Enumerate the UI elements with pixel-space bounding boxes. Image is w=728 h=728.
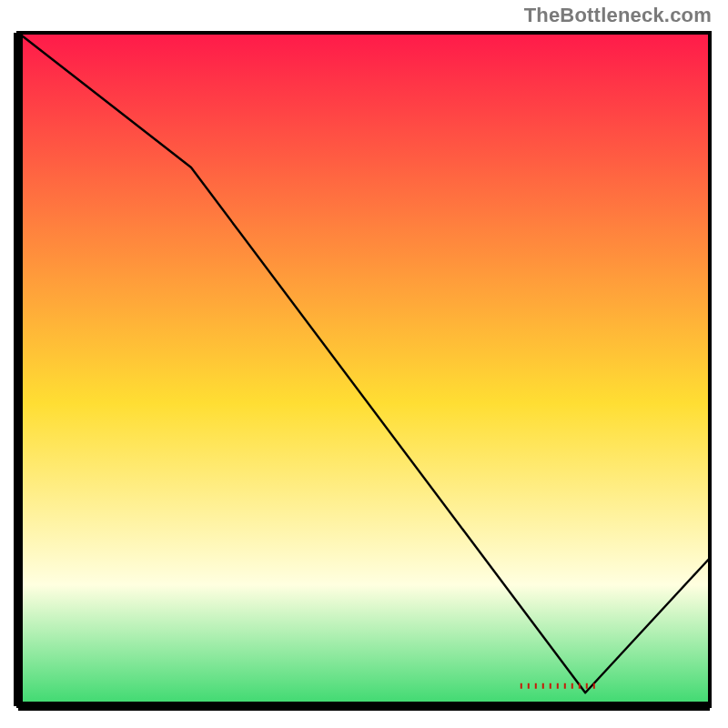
chart-stage: TheBottleneck.com	[0, 0, 728, 728]
plot-background	[18, 33, 710, 706]
chart-svg	[11, 29, 717, 717]
watermark-text: TheBottleneck.com	[524, 4, 712, 27]
plot-area	[11, 29, 717, 717]
